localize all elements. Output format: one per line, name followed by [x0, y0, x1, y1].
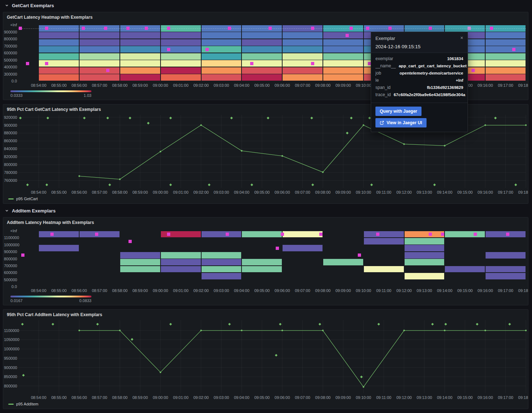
exemplar-diamond[interactable] [131, 338, 133, 341]
view-in-jaeger-button[interactable]: View in Jaeger UI [375, 118, 427, 127]
exemplar-marker[interactable] [226, 233, 229, 236]
exemplar-marker[interactable] [472, 69, 475, 72]
heatmap-cell[interactable] [120, 53, 160, 60]
heatmap-cell[interactable] [364, 238, 404, 244]
exemplar-diamond[interactable] [108, 184, 111, 186]
exemplar-diamond[interactable] [208, 184, 210, 186]
heatmap-cell[interactable] [486, 32, 526, 39]
heatmap-cell[interactable] [283, 32, 323, 39]
exemplar-diamond[interactable] [431, 323, 434, 326]
exemplar-diamond[interactable] [251, 184, 253, 186]
heatmap-cell[interactable] [323, 259, 363, 265]
exemplar-marker[interactable] [358, 253, 361, 257]
exemplar-marker[interactable] [506, 233, 509, 236]
exemplar-marker[interactable] [512, 48, 515, 51]
heatmap-cell[interactable] [242, 259, 282, 265]
heatmap-cell[interactable] [202, 53, 242, 60]
heatmap-cell[interactable] [486, 252, 526, 259]
exemplar-marker[interactable] [250, 62, 253, 65]
section-header-getcart[interactable]: GetCart Exemplars [3, 1, 54, 10]
heatmap-cell[interactable] [405, 259, 445, 265]
exemplar-marker[interactable] [21, 253, 24, 257]
exemplar-diamond[interactable] [147, 122, 149, 124]
exemplar-marker[interactable] [429, 27, 432, 30]
heatmap-cell[interactable] [202, 67, 242, 74]
series-legend[interactable]: p95 AddItem [8, 402, 39, 406]
heatmap-cell[interactable] [323, 46, 363, 53]
heatmap-cell[interactable] [283, 245, 323, 251]
heatmap-cell[interactable] [323, 60, 363, 67]
exemplar-diamond[interactable] [433, 184, 436, 186]
heatmap-cell[interactable] [242, 46, 282, 53]
exemplar-marker[interactable] [311, 27, 314, 30]
heatmap-cell[interactable] [161, 252, 201, 259]
exemplar-diamond[interactable] [26, 184, 29, 186]
exemplar-marker[interactable] [145, 27, 148, 30]
heatmap-cell[interactable] [120, 39, 160, 46]
exemplar-marker[interactable] [366, 27, 369, 30]
exemplar-marker[interactable] [45, 62, 48, 65]
heatmap-cell[interactable] [161, 67, 201, 74]
exemplar-diamond[interactable] [169, 184, 172, 186]
exemplar-diamond[interactable] [22, 374, 24, 376]
heatmap-cell[interactable] [323, 39, 363, 46]
exemplar-diamond[interactable] [45, 184, 48, 186]
heatmap-cell[interactable] [405, 238, 445, 244]
heatmap-cell[interactable] [486, 60, 526, 67]
heatmap-cell[interactable] [120, 67, 160, 74]
heatmap-cell[interactable] [486, 266, 526, 273]
heatmap-cell[interactable] [242, 39, 282, 46]
heatmap-cell[interactable] [161, 32, 201, 39]
heatmap-cell[interactable] [39, 32, 79, 39]
series-legend[interactable]: p95 GetCart [8, 197, 38, 201]
exemplar-marker[interactable] [45, 27, 48, 30]
heatmap-cell[interactable] [405, 273, 445, 279]
heatmap-cell[interactable] [242, 32, 282, 39]
heatmap-cell[interactable] [161, 53, 201, 60]
heatmap-cell[interactable] [486, 46, 526, 53]
exemplar-marker[interactable] [104, 27, 107, 30]
heatmap-cell[interactable] [39, 245, 79, 251]
exemplar-marker[interactable] [441, 233, 444, 236]
exemplar-diamond[interactable] [360, 376, 362, 378]
heatmap-cell[interactable] [364, 266, 404, 273]
heatmap-cell[interactable] [445, 266, 485, 273]
heatmap-cell[interactable] [161, 266, 201, 273]
heatmap-cell[interactable] [242, 231, 282, 238]
exemplar-marker[interactable] [311, 62, 314, 65]
heatmap-cell[interactable] [242, 74, 282, 81]
heatmap-cell[interactable] [323, 74, 363, 81]
exemplar-diamond[interactable] [21, 323, 24, 326]
exemplar-diamond[interactable] [51, 323, 54, 326]
heatmap-cell[interactable] [80, 39, 120, 46]
exemplar-marker[interactable] [26, 62, 29, 65]
exemplar-marker[interactable] [95, 233, 98, 236]
exemplar-diamond[interactable] [508, 323, 511, 326]
heatmap-cell[interactable] [283, 46, 323, 53]
heatmap-cell[interactable] [120, 74, 160, 81]
heatmap-cell[interactable] [161, 60, 201, 67]
close-icon[interactable]: × [460, 36, 463, 40]
exemplar-marker[interactable] [429, 233, 432, 236]
heatmap-cell[interactable] [283, 39, 323, 46]
exemplar-diamond[interactable] [514, 184, 517, 186]
heatmap-cell[interactable] [242, 53, 282, 60]
heatmap-cell[interactable] [242, 266, 282, 273]
exemplar-marker[interactable] [167, 233, 170, 236]
heatmap-cell[interactable] [120, 266, 160, 273]
exemplar-diamond[interactable] [279, 323, 281, 326]
heatmap-cell[interactable] [80, 32, 120, 39]
heatmap-cell[interactable] [120, 60, 160, 67]
heatmap-cell[interactable] [120, 252, 160, 259]
heatmap-cell[interactable] [202, 231, 242, 238]
heatmap-cell[interactable] [161, 39, 201, 46]
heatmap-cell[interactable] [405, 252, 445, 259]
exemplar-diamond[interactable] [377, 323, 380, 326]
exemplar-marker[interactable] [106, 69, 109, 72]
exemplar-marker[interactable] [276, 247, 279, 250]
heatmap-cell[interactable] [202, 273, 242, 279]
heatmap-cell[interactable] [39, 46, 79, 53]
exemplar-marker[interactable] [167, 27, 170, 30]
heatmap-cell[interactable] [39, 231, 79, 238]
heatmap-cell[interactable] [39, 39, 79, 46]
